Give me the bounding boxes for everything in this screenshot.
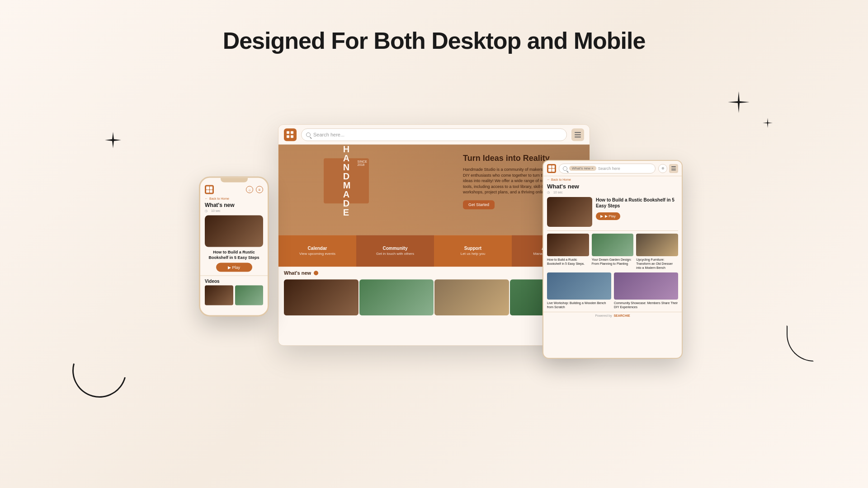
phone-logo bbox=[205, 185, 214, 194]
grid2-thumb-1 bbox=[547, 272, 611, 300]
tablet-grid-2: Live Workshop: Building a Wooden Bench f… bbox=[543, 272, 682, 312]
category-desc: View upcoming events bbox=[299, 252, 335, 256]
category-tile-support[interactable]: Support Let us help you bbox=[434, 235, 512, 267]
phone-thumb-2 bbox=[235, 286, 264, 305]
phone-notch bbox=[221, 178, 248, 183]
thumbnail-2 bbox=[359, 279, 434, 315]
logo-dot bbox=[287, 131, 289, 134]
phone-logo-dot bbox=[210, 187, 213, 190]
category-desc: Let us help you bbox=[461, 252, 485, 256]
tablet-play-button[interactable]: ▶ ▶ Play bbox=[596, 212, 620, 220]
grid-thumb-3 bbox=[636, 234, 678, 256]
tablet-menu-line bbox=[671, 168, 676, 169]
sparkle-decoration-left bbox=[104, 131, 122, 151]
tablet-footer-label: Powered by bbox=[595, 314, 612, 317]
category-name: Support bbox=[464, 246, 481, 251]
hero-logo-text: HANDMADE bbox=[343, 145, 350, 217]
grid-thumb-2 bbox=[592, 234, 634, 256]
decorative-curve-right bbox=[787, 325, 814, 361]
phone-logo-dot bbox=[206, 187, 209, 190]
tablet-search-tag-close[interactable]: × bbox=[591, 166, 594, 170]
tablet-icons: ⊗ bbox=[658, 164, 678, 173]
phone-play-button[interactable]: ▶ Play bbox=[216, 263, 252, 272]
tablet-footer-brand: SEARCHIE bbox=[613, 314, 630, 317]
hero-since-text: SINCE2018 bbox=[358, 160, 367, 166]
tablet-search-bar[interactable]: What's new × Search here bbox=[559, 164, 656, 174]
phone-meta-icon: ◷ bbox=[205, 209, 208, 213]
grid-title-1: How to Build a Rustic Bookshelf in 5 Eas… bbox=[547, 258, 589, 266]
tablet-back-button[interactable]: ← Back to Home bbox=[543, 176, 682, 183]
thumbnail-1 bbox=[284, 279, 359, 315]
browser-bar: Search here... bbox=[278, 125, 590, 145]
devices-container: Search here... SINCE2018 HANDMADE Turn I… bbox=[163, 81, 705, 398]
grid2-thumb-2 bbox=[614, 272, 678, 300]
tablet-play-text: ▶ Play bbox=[605, 214, 616, 218]
phone-video-thumbnail bbox=[205, 216, 263, 247]
tablet-close-icon[interactable]: ⊗ bbox=[658, 164, 667, 173]
phone-logo-dot bbox=[206, 190, 209, 193]
tablet-grid-item-3: Upcycling Furniture: Transform an Old Dr… bbox=[636, 234, 678, 270]
decorative-curve-left bbox=[62, 333, 137, 408]
page-title: Designed For Both Desktop and Mobile bbox=[223, 27, 646, 54]
hero-cta-button[interactable]: Get Started bbox=[463, 200, 495, 209]
menu-line bbox=[575, 134, 581, 135]
sparkle-decoration-right-small bbox=[762, 117, 773, 130]
browser-logo bbox=[284, 128, 297, 141]
hero-logo-block: SINCE2018 HANDMADE bbox=[324, 158, 369, 203]
category-tile-calendar[interactable]: Calendar View upcoming events bbox=[278, 235, 356, 267]
tablet-play-icon: ▶ bbox=[600, 214, 603, 218]
phone-thumbnails-row bbox=[200, 286, 268, 305]
tablet-grid-item-2: Your Dream Garden Design: From Planning … bbox=[592, 234, 634, 270]
tablet-menu-line bbox=[671, 169, 676, 170]
browser-logo-inner bbox=[287, 131, 294, 138]
phone-section-title: What's new bbox=[200, 202, 268, 209]
grid-title-2: Your Dream Garden Design: From Planning … bbox=[592, 258, 634, 266]
new-dot-indicator bbox=[314, 271, 318, 275]
tablet-menu-line bbox=[671, 166, 676, 167]
tablet-search-icon bbox=[563, 166, 567, 171]
tablet-device: What's new × Search here ⊗ ← Back to Hom… bbox=[542, 160, 683, 359]
grid-thumb-1 bbox=[547, 234, 589, 256]
tablet-logo-dot bbox=[552, 165, 555, 169]
tablet-grid2-item-2: Community Showcase: Members Share Their … bbox=[614, 272, 678, 309]
menu-line bbox=[575, 132, 581, 133]
tablet-back-text: Back to Home bbox=[551, 178, 571, 181]
phone-meta-time: 10 sec bbox=[211, 209, 221, 213]
phone-top-bar: ⌕ ≡ bbox=[200, 185, 268, 197]
logo-dot bbox=[291, 135, 293, 138]
mobile-phone: ⌕ ≡ ← Back to Home What's new ◷ 10 sec H… bbox=[199, 177, 269, 317]
category-desc: Get in touch with others bbox=[376, 252, 414, 256]
divider bbox=[547, 230, 678, 231]
phone-video-title: How to Build a Rustic Bookshelf in 5 Eas… bbox=[200, 250, 268, 263]
tablet-featured-thumbnail bbox=[547, 197, 592, 227]
tablet-bar: What's new × Search here ⊗ bbox=[543, 161, 682, 176]
category-tile-community[interactable]: Community Get in touch with others bbox=[356, 235, 434, 267]
tablet-search-placeholder: Search here bbox=[598, 166, 620, 171]
tablet-search-tag: What's new × bbox=[569, 166, 596, 171]
browser-search-bar[interactable]: Search here... bbox=[301, 128, 567, 141]
tablet-meta: ◷ 10 sec bbox=[543, 191, 682, 197]
tablet-menu-button[interactable] bbox=[669, 164, 678, 173]
phone-search-icon[interactable]: ⌕ bbox=[246, 186, 253, 193]
thumbnail-3 bbox=[434, 279, 509, 315]
tablet-logo-dot bbox=[552, 169, 555, 172]
tablet-logo bbox=[547, 164, 556, 173]
phone-logo-dot bbox=[210, 190, 213, 193]
browser-menu-button[interactable] bbox=[571, 128, 584, 141]
whats-new-text: What's new bbox=[284, 270, 311, 276]
phone-icons: ⌕ ≡ bbox=[246, 186, 263, 193]
search-placeholder-text: Search here... bbox=[313, 132, 344, 137]
sparkle-decoration-right-large bbox=[727, 90, 750, 116]
grid2-title-2: Community Showcase: Members Share Their … bbox=[614, 301, 678, 309]
logo-dot bbox=[291, 131, 293, 134]
category-name: Community bbox=[383, 246, 408, 251]
category-name: Calendar bbox=[308, 246, 327, 251]
grid-title-3: Upcycling Furniture: Transform an Old Dr… bbox=[636, 258, 678, 270]
tablet-meta-icon: ◷ bbox=[547, 191, 550, 194]
phone-menu-icon[interactable]: ≡ bbox=[256, 186, 263, 193]
tablet-section-title: What's new bbox=[543, 183, 682, 191]
phone-back-button[interactable]: ← Back to Home bbox=[200, 197, 268, 200]
tablet-grid2-item-1: Live Workshop: Building a Wooden Bench f… bbox=[547, 272, 611, 309]
tablet-logo-dot bbox=[548, 169, 552, 172]
phone-back-text: Back to Home bbox=[209, 197, 229, 200]
